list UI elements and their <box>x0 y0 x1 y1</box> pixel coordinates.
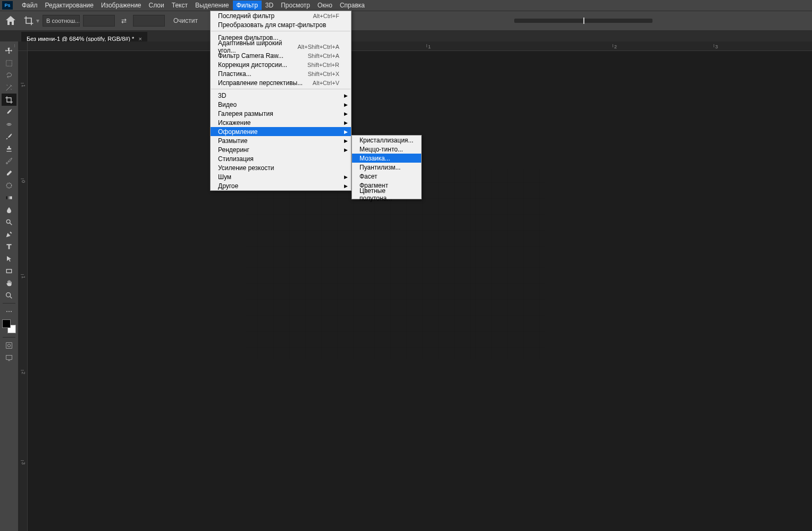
menubar-окно[interactable]: Окно <box>314 1 336 10</box>
canvas-area: 0123 10123 spotify <box>18 41 812 531</box>
ruler-corner <box>18 41 28 51</box>
zoom-tool[interactable] <box>2 289 16 301</box>
ps-logo-icon: Ps <box>2 1 13 10</box>
svg-rect-8 <box>6 342 12 348</box>
svg-rect-10 <box>6 355 12 359</box>
menubar-выделение[interactable]: Выделение <box>191 1 233 10</box>
hand-tool[interactable] <box>2 277 16 289</box>
svg-rect-1 <box>7 123 11 125</box>
menu-item[interactable]: Адаптивный широкий угол...Alt+Shift+Ctrl… <box>211 42 351 51</box>
history-brush-tool[interactable] <box>2 155 16 167</box>
menu-item[interactable]: Оформление▶ <box>211 127 351 136</box>
pen-tool[interactable] <box>2 228 16 240</box>
menubar-справка[interactable]: Справка <box>336 1 369 10</box>
menu-item[interactable]: Другое▶ <box>211 181 351 190</box>
type-tool[interactable] <box>2 240 16 252</box>
svg-point-5 <box>6 220 10 223</box>
foreground-color[interactable] <box>2 319 11 328</box>
submenu-item[interactable]: Фасет <box>352 172 421 181</box>
lasso-tool[interactable] <box>2 69 16 81</box>
crop-tool-icon <box>23 15 34 26</box>
menu-item[interactable]: 3D▶ <box>211 91 351 100</box>
svg-rect-0 <box>6 60 12 66</box>
spot-heal-tool[interactable] <box>2 118 16 130</box>
menu-item[interactable]: Шум▶ <box>211 172 351 181</box>
width-input[interactable] <box>83 15 115 27</box>
screenmode-icon[interactable] <box>2 351 16 364</box>
submenu-item[interactable]: Мозаика... <box>352 154 421 163</box>
ratio-dropdown[interactable]: В соотнош...▼ <box>43 15 80 27</box>
spotify-text-layer: spotify <box>311 227 481 300</box>
menu-item[interactable]: Искажение▶ <box>211 118 351 127</box>
pixelate-submenu: Кристаллизация...Меццо-тинто...Мозаика..… <box>351 135 422 199</box>
color-swatches[interactable] <box>2 319 16 333</box>
menu-item[interactable]: Видео▶ <box>211 100 351 109</box>
home-icon[interactable] <box>4 14 17 27</box>
submenu-item[interactable]: Меццо-тинто... <box>352 145 421 154</box>
menubar-фильтр[interactable]: Фильтр <box>233 1 262 10</box>
menu-item[interactable]: Фильтр Camera Raw...Shift+Ctrl+A <box>211 51 351 60</box>
gradient-tool[interactable] <box>2 191 16 204</box>
menubar-текст[interactable]: Текст <box>168 1 191 10</box>
menu-item[interactable]: Последний фильтрAlt+Ctrl+F <box>211 11 351 20</box>
menubar-3d[interactable]: 3D <box>262 1 277 10</box>
crop-tool[interactable] <box>2 94 16 106</box>
svg-point-3 <box>6 183 11 188</box>
eyedropper-tool[interactable] <box>2 106 16 118</box>
path-select-tool[interactable] <box>2 252 16 265</box>
menubar-изображение[interactable]: Изображение <box>97 1 145 10</box>
stamp-tool[interactable] <box>2 142 16 155</box>
menu-item[interactable]: Преобразовать для смарт-фильтров <box>211 20 351 29</box>
straighten-slider[interactable] <box>514 19 652 23</box>
menubar: Ps ФайлРедактированиеИзображениеСлоиТекс… <box>0 0 812 11</box>
menu-item[interactable]: Коррекция дисторсии...Shift+Ctrl+R <box>211 60 351 69</box>
options-bar: ▾ В соотнош...▼ ⇄ Очистит С учетом содер… <box>0 11 812 31</box>
rectangle-tool[interactable] <box>2 265 16 277</box>
menu-item[interactable]: Галерея размытия▶ <box>211 109 351 118</box>
menu-item[interactable]: Исправление перспективы...Alt+Ctrl+V <box>211 78 351 87</box>
ruler-horizontal[interactable]: 0123 <box>28 41 812 51</box>
svg-rect-4 <box>6 196 12 199</box>
marquee-tool[interactable] <box>2 57 16 69</box>
menu-item[interactable]: Пластика...Shift+Ctrl+X <box>211 69 351 78</box>
height-input[interactable] <box>133 15 165 27</box>
menubar-слои[interactable]: Слои <box>145 1 168 10</box>
ruler-vertical[interactable]: 10123 <box>18 51 28 531</box>
edit-toolbar-icon[interactable]: ⋯ <box>2 305 16 317</box>
menu-item[interactable]: Стилизация <box>211 154 351 163</box>
menubar-просмотр[interactable]: Просмотр <box>277 1 314 10</box>
svg-point-9 <box>7 344 10 347</box>
clear-button[interactable]: Очистит <box>168 15 203 27</box>
filter-menu: Последний фильтрAlt+Ctrl+FПреобразовать … <box>210 11 351 191</box>
menu-item[interactable]: Усиление резкости <box>211 163 351 172</box>
submenu-item[interactable]: Цветные полутона... <box>352 190 421 199</box>
svg-point-7 <box>6 292 11 297</box>
submenu-item[interactable]: Пуантилизм... <box>352 163 421 172</box>
dodge-tool[interactable] <box>2 216 16 228</box>
swap-dimensions-icon[interactable]: ⇄ <box>118 15 130 27</box>
menu-item[interactable]: Рендеринг▶ <box>211 145 351 154</box>
menu-item[interactable]: Размытие▶ <box>211 136 351 145</box>
svg-point-2 <box>6 162 8 164</box>
heal-tool[interactable] <box>2 179 16 191</box>
eraser-tool[interactable] <box>2 167 16 179</box>
svg-rect-6 <box>6 269 11 273</box>
menubar-редактирование[interactable]: Редактирование <box>41 1 97 10</box>
brush-tool[interactable] <box>2 130 16 142</box>
quickmask-icon[interactable] <box>2 339 16 351</box>
blur-tool[interactable] <box>2 204 16 216</box>
tools-panel: ⋯ <box>0 41 18 531</box>
submenu-item[interactable]: Кристаллизация... <box>352 136 421 145</box>
wand-tool[interactable] <box>2 81 16 94</box>
menubar-файл[interactable]: Файл <box>18 1 41 10</box>
